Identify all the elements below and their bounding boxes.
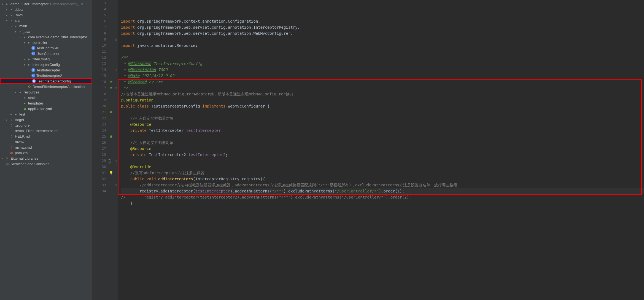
code-line[interactable]: } — [121, 200, 644, 206]
code-line[interactable]: * @Created by zrc — [121, 79, 644, 85]
tree-item-templates[interactable]: ▸templates — [0, 100, 92, 106]
line-number[interactable]: 6 — [92, 18, 106, 24]
spring-bean-icon[interactable]: ❀ — [110, 86, 112, 90]
code-line[interactable]: * @Date 2022/4/12 9:02 — [121, 73, 644, 79]
code-line[interactable]: import org.springframework.web.servlet.c… — [121, 30, 644, 36]
line-number[interactable]: 27 — [92, 146, 106, 152]
line-number[interactable]: 22 — [92, 115, 106, 121]
tree-item-mvnw[interactable]: ▯mvnw — [0, 139, 92, 144]
tree-item-resources[interactable]: ▸resources — [0, 89, 92, 95]
code-line[interactable]: //重写addInterceptors方法注册拦截器 — [121, 170, 644, 176]
tree-item-intercepterconfig[interactable]: ▸intercepterConfig — [0, 62, 92, 67]
line-number[interactable]: 21 — [92, 109, 106, 115]
tree-item-test[interactable]: ▸test — [0, 111, 92, 117]
line-number[interactable]: 8 — [92, 30, 106, 36]
expand-arrow-icon[interactable] — [24, 63, 27, 66]
expand-arrow-icon[interactable] — [15, 30, 18, 33]
line-number[interactable]: 33 — [92, 182, 106, 188]
tree-item-scratches-and-consoles[interactable]: ▤Scratches and Consoles — [0, 161, 92, 167]
code-line[interactable] — [121, 206, 644, 212]
spring-bean-icon[interactable]: ❀ — [110, 80, 112, 84]
fold-marker[interactable]: ⊟ — [114, 36, 118, 42]
code-line[interactable]: //老版本是通过继承WebMvcConfigurerAdapter类，新版本是通… — [121, 91, 644, 97]
code-line[interactable]: //addInterceptor方法向拦截器注册器添加拦截器，addPathPa… — [121, 182, 644, 188]
line-number[interactable]: 29 — [92, 158, 106, 164]
code-line[interactable]: public void addInterceptors(InterceptorR… — [121, 176, 644, 182]
expand-arrow-icon[interactable] — [24, 58, 27, 61]
tree-item-help-md[interactable]: ▯HELP.md — [0, 133, 92, 139]
intention-bulb-icon[interactable]: 💡 — [109, 171, 113, 175]
code-line[interactable] — [121, 109, 644, 115]
code-line[interactable]: public class TestIntercepterConfig imple… — [121, 103, 644, 109]
code-line[interactable]: //引入自定义拦截器对象 — [121, 115, 644, 121]
line-number[interactable]: 24 — [92, 127, 106, 133]
code-line[interactable]: */ — [121, 85, 644, 91]
tree-item-demofilterinterceptorapplication[interactable]: ✿DemoFilterInterceptorApplication — [0, 84, 92, 89]
line-number[interactable]: 16 — [92, 79, 106, 85]
line-number[interactable]: 34 — [92, 188, 106, 194]
override-marker-icon[interactable]: ●↑ @ — [108, 158, 114, 164]
tree-item-controller[interactable]: ▸controller — [0, 40, 92, 45]
tree-item-external-libraries[interactable]: ⊪External Libraries — [0, 156, 92, 161]
code-line[interactable]: private TestIntercepter2 testIntercepter… — [121, 152, 644, 158]
line-number[interactable]: 25 — [92, 133, 106, 140]
expand-arrow-icon[interactable] — [6, 19, 9, 22]
line-number[interactable]: 9 — [92, 36, 106, 42]
line-number[interactable]: 30 — [92, 164, 106, 170]
tree-item--idea[interactable]: ▸.idea — [0, 7, 92, 12]
spring-bean-icon[interactable]: ❀ — [110, 135, 112, 138]
tree-item-target[interactable]: ▸target — [0, 117, 92, 122]
code-line[interactable]: import javax.annotation.Resource; — [121, 42, 644, 49]
tree-item-application-yml[interactable]: ✿application.yml — [0, 106, 92, 111]
code-line[interactable]: import org.springframework.context.annot… — [121, 18, 644, 24]
tree-item-com-example-demo-filter-interceptor[interactable]: ▸com.example.demo_filter_interceptor — [0, 34, 92, 40]
code-line[interactable]: // registry.addInterceptor(testIntercept… — [121, 194, 644, 200]
code-line[interactable] — [121, 133, 644, 140]
tree-item-mvnw-cmd[interactable]: ▯mvnw.cmd — [0, 144, 92, 150]
code-line[interactable]: import org.springframework.web.servlet.c… — [121, 24, 644, 30]
line-number[interactable]: 10 — [92, 42, 106, 49]
line-number[interactable]: 31 — [92, 170, 106, 176]
code-line[interactable]: @Resource — [121, 121, 644, 127]
tree-item-testintercepter[interactable]: CTestIntercepter — [0, 67, 92, 73]
code-line[interactable] — [121, 36, 644, 42]
tree-item-usercontroller[interactable]: CUserController — [0, 51, 92, 56]
expand-arrow-icon[interactable] — [6, 118, 9, 121]
code-line[interactable]: * @Description TODO — [121, 67, 644, 73]
line-number[interactable]: 18 — [92, 91, 106, 97]
expand-arrow-icon[interactable] — [10, 25, 14, 28]
code-line[interactable] — [121, 49, 644, 55]
line-number[interactable]: 14 — [92, 67, 106, 73]
line-number[interactable]: 23 — [92, 121, 106, 127]
line-number[interactable]: 11 — [92, 49, 106, 55]
code-line[interactable]: registry.addInterceptor(testIntercepter)… — [121, 188, 644, 194]
fold-marker[interactable]: ⊟ — [114, 85, 118, 91]
expand-arrow-icon[interactable] — [19, 36, 23, 39]
code-line[interactable]: private TestIntercepter testIntercepter; — [121, 127, 644, 133]
code-line[interactable] — [121, 158, 644, 164]
line-number[interactable]: 5 — [92, 12, 106, 18]
code-line[interactable]: @Resource — [121, 146, 644, 152]
line-number[interactable]: 12 — [92, 55, 106, 61]
tree-item--gitignore[interactable]: ▯.gitignore — [0, 122, 92, 128]
code-editor[interactable]: 3456789101112131415161718192021222324252… — [92, 0, 644, 300]
line-number[interactable]: 32 — [92, 176, 106, 182]
tree-item-pom-xml[interactable]: mpom.xml — [0, 150, 92, 156]
line-number[interactable]: 15 — [92, 73, 106, 79]
code-line[interactable]: //引入自定义拦截器对象 — [121, 140, 644, 146]
line-number[interactable]: 20 — [92, 103, 106, 109]
code-line[interactable]: /** — [121, 55, 644, 61]
tree-item-testintercepterconfig[interactable]: CTestIntercepterConfig — [0, 78, 92, 84]
spring-bean-icon[interactable]: ❀ — [110, 110, 112, 114]
fold-marker[interactable]: ⊟ — [114, 182, 118, 188]
tree-item-filterconfig[interactable]: ▸filterConfig — [0, 56, 92, 62]
line-number[interactable]: 28 — [92, 152, 106, 158]
expand-arrow-icon[interactable] — [6, 8, 9, 11]
line-number[interactable]: 19 — [92, 97, 106, 103]
project-tree-panel[interactable]: ▸demo_Filter_InterceptorD:\javaproject\d… — [0, 0, 92, 300]
code-line[interactable]: * @Classname TestIntercepterConfig — [121, 61, 644, 67]
expand-arrow-icon[interactable] — [24, 41, 27, 44]
expand-arrow-icon[interactable] — [15, 91, 18, 94]
line-number[interactable]: 26 — [92, 140, 106, 146]
tree-item-static[interactable]: ▸static — [0, 95, 92, 100]
